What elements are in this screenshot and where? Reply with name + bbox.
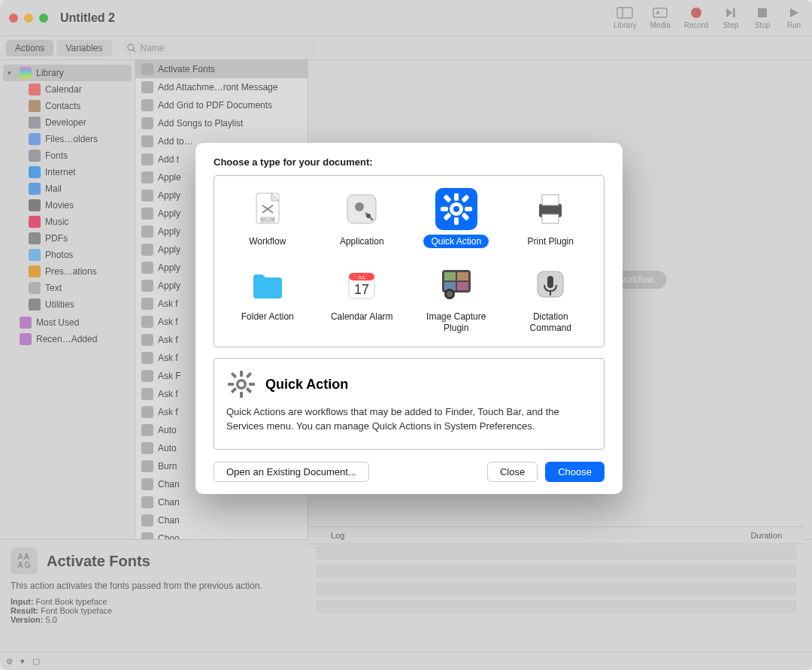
svg-rect-19 bbox=[465, 207, 472, 211]
svg-line-8 bbox=[133, 50, 135, 52]
sidebar-item-label: Pres…ations bbox=[45, 266, 97, 277]
action-icon bbox=[141, 496, 153, 508]
tab-variables[interactable]: Variables bbox=[56, 40, 111, 56]
doc-type-quick-action[interactable]: Quick Action bbox=[409, 185, 504, 251]
action-list-item[interactable]: Chan bbox=[135, 511, 308, 529]
titlebar: Untitled 2 Library Media Record Step Sto… bbox=[0, 0, 812, 36]
toolbar-media[interactable]: Media bbox=[650, 6, 671, 29]
log-col-duration: Duration bbox=[750, 531, 782, 540]
log-header: Log Duration bbox=[308, 526, 804, 544]
sidebar-item[interactable]: Mail bbox=[24, 180, 132, 197]
info-title: Activate Fonts bbox=[47, 553, 150, 570]
doc-type-image-capture-plugin[interactable]: Image Capture Plugin bbox=[409, 260, 504, 338]
sidebar-item[interactable]: Text bbox=[24, 280, 132, 296]
sidebar-item[interactable]: Music bbox=[24, 214, 132, 230]
sidebar-item[interactable]: Pres…ations bbox=[24, 263, 132, 280]
status-box-icon[interactable]: ▢ bbox=[32, 656, 40, 666]
action-list-item[interactable]: Add Attachme…ront Message bbox=[135, 78, 308, 96]
svg-rect-26 bbox=[542, 195, 559, 205]
action-list-item[interactable]: Add Grid to PDF Documents bbox=[135, 96, 308, 114]
svg-rect-36 bbox=[457, 282, 468, 290]
action-icon bbox=[141, 280, 153, 292]
log-row-placeholder bbox=[316, 546, 797, 559]
sidebar-item[interactable]: Utilities bbox=[24, 296, 132, 313]
sidebar-item[interactable]: Calendar bbox=[24, 81, 132, 98]
sidebar-item[interactable]: Files…olders bbox=[24, 131, 132, 147]
svg-rect-16 bbox=[454, 193, 459, 201]
sidebar-library-root[interactable]: ▾ Library bbox=[3, 65, 132, 81]
action-icon bbox=[141, 460, 153, 472]
action-icon bbox=[141, 406, 153, 418]
log-row-placeholder bbox=[316, 564, 797, 578]
action-icon bbox=[141, 135, 153, 147]
doc-type-label: Application bbox=[332, 235, 392, 248]
category-icon bbox=[29, 249, 41, 261]
sidebar-item[interactable]: Fonts bbox=[24, 147, 132, 164]
tab-actions[interactable]: Actions bbox=[6, 40, 53, 56]
toolbar-stop[interactable]: Stop bbox=[753, 6, 771, 29]
sidebar-item[interactable]: Developer bbox=[24, 114, 132, 131]
svg-rect-21 bbox=[461, 212, 469, 220]
search-icon bbox=[127, 44, 136, 53]
category-icon bbox=[29, 265, 41, 277]
action-label: Add Grid to PDF Documents bbox=[158, 100, 272, 111]
open-existing-button[interactable]: Open an Existing Document... bbox=[214, 462, 369, 482]
doc-type-application[interactable]: Application bbox=[315, 185, 410, 251]
toolbar-step[interactable]: Step bbox=[722, 6, 740, 29]
sidebar-item-label: Calendar bbox=[45, 84, 82, 95]
close-button[interactable]: Close bbox=[487, 462, 538, 482]
toolbar-library[interactable]: Library bbox=[614, 6, 637, 29]
window-minimize-button[interactable] bbox=[24, 14, 33, 23]
action-label: Ask f bbox=[158, 299, 178, 309]
category-icon bbox=[29, 199, 41, 211]
media-icon bbox=[651, 6, 669, 20]
library-icon bbox=[616, 6, 634, 20]
action-list-item[interactable]: Add Songs to Playlist bbox=[135, 114, 308, 132]
svg-rect-34 bbox=[457, 272, 468, 280]
doc-type-folder-action[interactable]: Folder Action bbox=[220, 260, 315, 338]
sidebar-most-used[interactable]: Most Used bbox=[3, 314, 132, 331]
svg-rect-22 bbox=[461, 194, 469, 202]
doc-type-workflow[interactable]: WFLOWWorkflow bbox=[220, 185, 315, 251]
doc-type-label: Dictation Command bbox=[507, 310, 595, 335]
doc-type-calendar-alarm[interactable]: JUL17Calendar Alarm bbox=[315, 260, 410, 338]
sidebar-item[interactable]: PDFs bbox=[24, 230, 132, 247]
doc-type-icon bbox=[529, 188, 571, 230]
toolbar-record[interactable]: Record bbox=[684, 6, 708, 29]
action-label: Chan bbox=[158, 515, 180, 526]
action-icon bbox=[141, 316, 153, 328]
disclosure-triangle-icon[interactable]: ▾ bbox=[8, 69, 15, 77]
action-label: Ask f bbox=[158, 353, 178, 363]
doc-type-icon bbox=[529, 263, 571, 305]
search-placeholder: Name bbox=[141, 43, 165, 53]
action-label: Add t bbox=[158, 154, 179, 165]
status-chevron-icon[interactable]: ▾ bbox=[20, 656, 25, 666]
doc-type-label: Quick Action bbox=[423, 235, 489, 248]
action-icon bbox=[141, 514, 153, 526]
sidebar-recently-added[interactable]: Recen…Added bbox=[3, 331, 132, 347]
choose-button[interactable]: Choose bbox=[545, 462, 604, 482]
window-close-button[interactable] bbox=[9, 14, 18, 23]
category-icon bbox=[29, 299, 41, 311]
action-label: Ask f bbox=[158, 407, 178, 417]
svg-point-13 bbox=[355, 202, 364, 211]
category-icon bbox=[29, 117, 41, 129]
category-icon bbox=[29, 183, 41, 195]
search-field[interactable]: Name bbox=[121, 41, 317, 55]
document-type-modal: Choose a type for your document: WFLOWWo… bbox=[195, 143, 623, 494]
window-zoom-button[interactable] bbox=[39, 14, 48, 23]
sidebar-item[interactable]: Photos bbox=[24, 247, 132, 263]
doc-type-dictation-command[interactable]: Dictation Command bbox=[504, 260, 598, 338]
svg-rect-2 bbox=[653, 8, 667, 17]
status-copyright-icon[interactable]: ⊜ bbox=[6, 656, 13, 666]
action-list-item[interactable]: Activate Fonts bbox=[135, 60, 308, 78]
action-list-item[interactable]: Choo bbox=[135, 529, 308, 539]
sidebar-item[interactable]: Movies bbox=[24, 197, 132, 214]
toolbar-run[interactable]: Run bbox=[785, 6, 803, 29]
action-list-item[interactable]: Chan bbox=[135, 493, 308, 511]
doc-type-print-plugin[interactable]: Print Plugin bbox=[504, 185, 598, 251]
sidebar-item[interactable]: Internet bbox=[24, 164, 132, 180]
sidebar-item-label: Utilities bbox=[45, 299, 74, 310]
sidebar-item[interactable]: Contacts bbox=[24, 98, 132, 114]
folder-icon bbox=[20, 333, 32, 345]
